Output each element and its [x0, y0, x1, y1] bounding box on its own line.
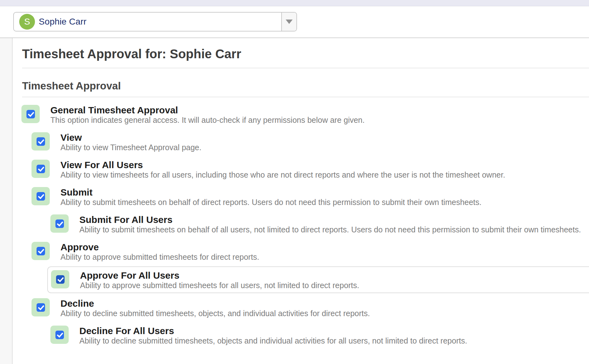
permission-description: Ability to approve submitted timesheets … — [60, 253, 259, 261]
permission-description: Ability to approve submitted timesheets … — [80, 281, 359, 289]
permission-description: Ability to view timesheets for all users… — [60, 171, 505, 179]
checkbox-tile[interactable] — [21, 105, 40, 123]
permission-row: Decline Ability to decline submitted tim… — [31, 298, 589, 317]
permission-label: Decline — [60, 298, 370, 309]
permission-label: View — [60, 132, 201, 143]
permission-row: Submit Ability to submit timesheets on b… — [31, 187, 589, 206]
permission-label: Submit — [60, 187, 482, 197]
chevron-down-icon — [286, 20, 293, 24]
permission-texts: Decline Ability to decline submitted tim… — [60, 298, 370, 317]
permission-row: Approve Ability to approve submitted tim… — [31, 242, 589, 261]
permission-description: Ability to decline submitted timesheets,… — [60, 309, 370, 317]
permission-texts: View Ability to view Timesheet Approval … — [60, 132, 201, 151]
permission-label: Submit For All Users — [79, 214, 581, 225]
user-selector[interactable]: S Sophie Carr — [13, 12, 297, 31]
user-selector-value[interactable]: S Sophie Carr — [14, 13, 281, 31]
checkbox-tile[interactable] — [31, 132, 50, 151]
permission-description: Ability to decline submitted timesheets,… — [79, 337, 467, 345]
permission-description: This option indicates general access. It… — [50, 116, 365, 124]
permission-texts: Submit For All Users Ability to submit t… — [79, 214, 581, 234]
checkbox[interactable] — [37, 192, 45, 201]
permission-description: Ability to view Timesheet Approval page. — [60, 143, 201, 151]
checkbox-tile[interactable] — [31, 187, 50, 205]
checkbox-tile[interactable] — [51, 270, 69, 288]
permission-row: View Ability to view Timesheet Approval … — [31, 132, 589, 151]
permission-texts: Approve Ability to approve submitted tim… — [60, 242, 259, 261]
page-title: Timesheet Approval for: Sophie Carr — [22, 46, 589, 61]
checkbox-tile[interactable] — [31, 160, 50, 178]
permission-texts: Submit Ability to submit timesheets on b… — [60, 187, 482, 206]
permission-row: Approve For All Users Ability to approve… — [51, 270, 585, 289]
checkbox-tile[interactable] — [50, 326, 69, 344]
permission-label: View For All Users — [60, 160, 505, 170]
permission-label: Approve — [60, 242, 259, 252]
permission-description: Ability to submit timesheets on behalf o… — [79, 225, 581, 234]
checkbox[interactable] — [37, 303, 45, 312]
permission-label: General Timesheet Approval — [50, 105, 365, 115]
permission-row: View For All Users Ability to view times… — [31, 160, 589, 179]
highlighted-row-box: Approve For All Users Ability to approve… — [47, 266, 589, 293]
permission-texts: Approve For All Users Ability to approve… — [80, 270, 359, 289]
permission-list: General Timesheet Approval This option i… — [13, 97, 589, 345]
permission-row: General Timesheet Approval This option i… — [21, 105, 589, 124]
permission-description: Ability to submit timesheets on behalf o… — [60, 198, 482, 206]
checkbox[interactable] — [26, 110, 35, 118]
checkbox-tile[interactable] — [50, 214, 69, 233]
permission-texts: Decline For All Users Ability to decline… — [79, 326, 467, 345]
checkbox[interactable] — [55, 219, 64, 228]
checkbox[interactable] — [37, 247, 45, 255]
permission-label: Approve For All Users — [80, 270, 359, 281]
checkbox[interactable] — [56, 275, 65, 284]
page: S Sophie Carr Timesheet Approval for: So… — [0, 0, 589, 364]
top-lavender-bar — [0, 0, 589, 6]
left-rail — [0, 38, 13, 364]
checkbox-tile[interactable] — [31, 242, 50, 260]
checkbox[interactable] — [55, 331, 64, 339]
checkbox-tile[interactable] — [31, 298, 50, 316]
permission-row: Submit For All Users Ability to submit t… — [50, 214, 589, 234]
header: S Sophie Carr — [0, 6, 589, 38]
checkbox[interactable] — [37, 137, 45, 146]
permission-texts: View For All Users Ability to view times… — [60, 160, 505, 179]
main-area: Timesheet Approval for: Sophie Carr Time… — [0, 38, 589, 364]
checkbox[interactable] — [37, 165, 45, 173]
section-heading: Timesheet Approval — [22, 80, 589, 92]
divider — [22, 68, 589, 68]
content: Timesheet Approval for: Sophie Carr Time… — [13, 38, 589, 364]
user-avatar: S — [19, 14, 35, 30]
user-name: Sophie Carr — [39, 17, 87, 27]
permission-texts: General Timesheet Approval This option i… — [50, 105, 365, 124]
permission-row: Decline For All Users Ability to decline… — [50, 326, 589, 345]
dropdown-arrow-button[interactable] — [281, 13, 296, 31]
permission-label: Decline For All Users — [79, 326, 467, 336]
